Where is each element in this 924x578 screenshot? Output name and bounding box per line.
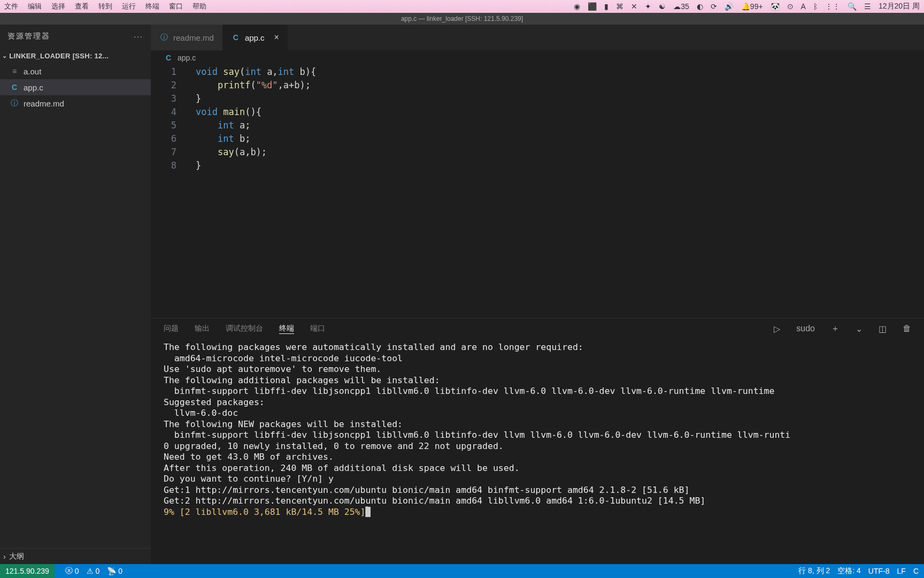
plus-icon[interactable]: ＋ (831, 323, 840, 334)
code-line[interactable]: } (189, 92, 924, 105)
folder-header[interactable]: ⌄ LINKER_LOADER [SSH: 12... (0, 48, 151, 63)
file-name: readme.md (24, 99, 64, 108)
outline-label: 大纲 (9, 552, 24, 561)
bin-file-icon (10, 67, 19, 75)
wifi-icon[interactable]: ⋮⋮ (825, 2, 840, 11)
split-icon[interactable]: ◫ (879, 324, 887, 334)
info-file-icon: ⓘ (159, 33, 169, 42)
tab-label: readme.md (173, 33, 214, 42)
panel-tabs: 问题输出调试控制台终端端口 ▷ sudo ＋ ⌄ ◫ 🗑 (151, 318, 924, 339)
sidebar: 资源管理器 ··· ⌄ LINKER_LOADER [SSH: 12... a.… (0, 25, 151, 564)
file-tree: a.outCapp.cⓘreadme.md (0, 63, 151, 548)
status-icon: ✕ (631, 2, 637, 11)
input-icon[interactable]: A (801, 2, 806, 11)
breadcrumb-text: app.c (178, 54, 196, 62)
macos-menubar: 文件编辑选择查看转到运行终端窗口帮助 ◉ ⬛ ▮ ⌘ ✕ ✦ ☯ ☁ 35 ◐ … (0, 0, 924, 13)
editor-tabs: ⓘreadme.mdCapp.c× (151, 25, 924, 50)
sync-icon[interactable]: ⟳ (711, 2, 717, 11)
code-editor[interactable]: 12345678 void say(int a,int b){ printf("… (151, 65, 924, 318)
eol[interactable]: LF (897, 567, 906, 575)
code-line[interactable]: say(a,b); (189, 146, 924, 159)
chevron-down-icon[interactable]: ⌄ (856, 324, 863, 334)
panel-tab[interactable]: 端口 (310, 324, 325, 332)
language-mode[interactable]: C (913, 567, 919, 575)
status-icon: ▮ (604, 2, 609, 11)
tab-label: app.c (245, 33, 265, 42)
play-icon[interactable]: ⊙ (787, 2, 794, 11)
file-item[interactable]: a.out (0, 63, 151, 79)
notification-icon[interactable]: 🔔99+ (741, 2, 763, 11)
status-icon: ⌘ (616, 2, 623, 11)
close-icon[interactable]: × (274, 33, 279, 42)
code-line[interactable]: int b; (189, 132, 924, 146)
terminal-launch-icon[interactable]: ▷ (774, 324, 780, 334)
encoding[interactable]: UTF-8 (868, 567, 890, 575)
code-line[interactable]: } (189, 159, 924, 172)
errors-count[interactable]: ⓧ 0 (65, 566, 79, 576)
code-line[interactable]: int a; (189, 119, 924, 132)
menu-item[interactable]: 帮助 (192, 2, 206, 11)
breadcrumb[interactable]: C app.c (151, 50, 924, 65)
file-name: a.out (24, 67, 41, 76)
file-item[interactable]: ⓘreadme.md (0, 95, 151, 111)
panel-tab[interactable]: 调试控制台 (226, 324, 263, 332)
code-line[interactable]: void say(int a,int b){ (189, 65, 924, 79)
c-file-icon: C (10, 83, 19, 92)
chevron-right-icon: › (3, 552, 6, 561)
window-title: app.c — linker_loader [SSH: 121.5.90.239… (0, 13, 924, 25)
cursor-position[interactable]: 行 8, 列 2 (798, 566, 830, 576)
menu-item[interactable]: 转到 (98, 2, 112, 11)
terminal-output[interactable]: The following packages were automaticall… (151, 339, 924, 564)
menu-item[interactable]: 文件 (4, 2, 18, 11)
bottom-panel: 问题输出调试控制台终端端口 ▷ sudo ＋ ⌄ ◫ 🗑 The followi… (151, 318, 924, 564)
menu-item[interactable]: 终端 (145, 2, 159, 11)
panda-icon: 🐼 (771, 2, 780, 11)
chevron-down-icon: ⌄ (2, 52, 7, 59)
panel-tab[interactable]: 输出 (195, 324, 210, 332)
menu-item[interactable]: 查看 (75, 2, 89, 11)
folder-name: LINKER_LOADER [SSH: 12... (9, 52, 109, 60)
panel-tab[interactable]: 终端 (279, 324, 294, 334)
sidebar-header: 资源管理器 ··· (0, 25, 151, 48)
c-file-icon: C (164, 54, 173, 62)
code-line[interactable]: void main(){ (189, 105, 924, 119)
line-gutter: 12345678 (151, 65, 189, 318)
remote-host[interactable]: 121.5.90.239 (0, 564, 55, 578)
terminal-shell-label[interactable]: sudo (796, 324, 815, 333)
wechat-icon[interactable]: ☁ 35 (673, 2, 689, 11)
control-center-icon[interactable]: ☰ (864, 2, 871, 11)
file-name: app.c (24, 83, 43, 92)
info-file-icon: ⓘ (10, 98, 19, 108)
outline-section[interactable]: › 大纲 (0, 548, 151, 564)
status-icon: ◉ (574, 2, 580, 11)
volume-icon[interactable]: 🔊 (725, 2, 734, 11)
menu-item[interactable]: 窗口 (169, 2, 183, 11)
status-icon: ⬛ (588, 2, 597, 11)
more-icon[interactable]: ··· (134, 32, 143, 41)
panel-tab[interactable]: 问题 (164, 324, 179, 332)
indentation[interactable]: 空格: 4 (837, 566, 861, 576)
statusbar: 121.5.90.239 ⓧ 0 ⚠ 0 📡 0 行 8, 列 2 空格: 4 … (0, 564, 924, 578)
menu-item[interactable]: 运行 (122, 2, 136, 11)
menubar-status: ◉ ⬛ ▮ ⌘ ✕ ✦ ☯ ☁ 35 ◐ ⟳ 🔊 🔔99+ 🐼 ⊙ A ᛒ ⋮⋮… (574, 2, 920, 11)
warnings-count[interactable]: ⚠ 0 (87, 567, 100, 575)
c-file-icon: C (231, 33, 241, 42)
menu-item[interactable]: 编辑 (28, 2, 42, 11)
status-icon: ◐ (697, 2, 703, 11)
download-progress: 9% [2 libllvm6.0 3,681 kB/14.5 MB 25%] (164, 507, 366, 517)
bluetooth-icon[interactable]: ᛒ (813, 2, 818, 11)
status-icon: ☯ (659, 2, 666, 11)
explorer-title: 资源管理器 (7, 32, 50, 41)
editor-tab[interactable]: Capp.c× (222, 25, 288, 50)
ports-count[interactable]: 📡 0 (107, 567, 122, 575)
file-item[interactable]: Capp.c (0, 79, 151, 95)
status-icon: ✦ (645, 2, 651, 11)
clock-date[interactable]: 12月20日 周 (879, 2, 920, 11)
menu-item[interactable]: 选择 (51, 2, 65, 11)
minimap[interactable] (903, 65, 924, 318)
trash-icon[interactable]: 🗑 (903, 324, 911, 333)
code-line[interactable]: printf("%d",a+b); (189, 79, 924, 92)
spotlight-icon[interactable]: 🔍 (848, 2, 857, 11)
editor-tab[interactable]: ⓘreadme.md (151, 25, 222, 50)
